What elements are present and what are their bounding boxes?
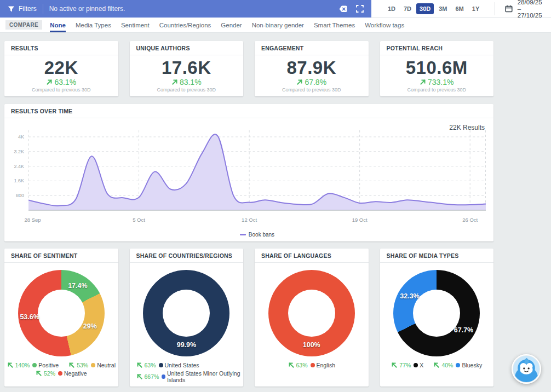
donut-hole [163, 290, 210, 337]
legend-color-dot [456, 363, 460, 367]
area-chart-plot[interactable]: 8001.6K2.4K3.2K4K [28, 123, 486, 215]
legend-color-dot [159, 363, 163, 367]
x-axis-tick: 5 Oct [133, 217, 145, 223]
donut-chart[interactable]: 17.4%29%53.6% [18, 270, 105, 356]
range-button-7d[interactable]: 7D [400, 3, 415, 14]
fullscreen-icon[interactable] [356, 5, 364, 13]
countries-donut-chart: 99.9%63%United States667%United States M… [130, 263, 244, 387]
dashboard-content: RESULTS 22K 63.1% Compared to previous 3… [4, 41, 493, 387]
donut-chart[interactable]: 99.9% [143, 270, 229, 356]
series-legend[interactable]: Book bans [28, 232, 486, 238]
calendar-icon [505, 5, 513, 13]
mascot-icon [513, 355, 540, 383]
unique-authors-change: 83.1% [180, 78, 202, 87]
legend-item-united-states-minor-outlying-islands[interactable]: 667%United States Minor Outlying Islands [136, 370, 244, 383]
card-title: RESULTS OVER TIME [4, 104, 493, 118]
tab-workflow-tags[interactable]: Workflow tags [365, 18, 404, 32]
legend-label: Positive [38, 362, 59, 368]
x-axis-tick: 12 Oct [242, 217, 257, 223]
results-change: 63.1% [54, 78, 76, 87]
x-axis-tick: 19 Oct [352, 217, 368, 223]
assistant-mascot-button[interactable] [512, 354, 541, 384]
time-series-chart: 8001.6K2.4K3.2K4K Book bans 28 Sep5 Oct1… [28, 123, 486, 239]
filters-status-text: No active or pinned filters. [49, 5, 336, 13]
sentiment-donut-chart: 17.4%29%53.6%140%Positive53%Neutral52%Ne… [4, 263, 118, 387]
card-title: SHARE OF SENTIMENT [4, 249, 118, 263]
legend-label: English [317, 362, 335, 368]
legend-label: Bluesky [462, 362, 482, 368]
legend-item-x[interactable]: 77%X [391, 362, 423, 368]
results-value: 22K [4, 59, 118, 78]
legend-change: 40% [441, 362, 453, 368]
range-button-30d[interactable]: 30D [416, 3, 434, 14]
divider [43, 4, 43, 14]
legend-change: 667% [145, 373, 159, 380]
legend-label: X [420, 362, 423, 368]
donut-legend: 63%United States667%United States Minor … [130, 362, 244, 383]
compare-tab-bar: COMPARE NoneMedia TypesSentimentCountrie… [0, 18, 551, 33]
filters-bar-actions [336, 5, 364, 13]
tab-countries-regions[interactable]: Countries/Regions [159, 18, 211, 32]
donut-chart[interactable]: 67.7%32.3% [393, 270, 480, 356]
potential-reach-card: POTENTIAL REACH 510.6M 733.1% Compared t… [380, 41, 494, 96]
tab-media-types[interactable]: Media Types [76, 18, 111, 32]
series-color-dash [240, 234, 246, 235]
metric-cards-row: RESULTS 22K 63.1% Compared to previous 3… [4, 41, 493, 96]
arrow-northeast-icon [171, 79, 178, 85]
legend-item-positive[interactable]: 140%Positive [7, 362, 59, 368]
share-of-sentiment-card: SHARE OF SENTIMENT 17.4%29%53.6%140%Posi… [4, 249, 118, 387]
legend-item-bluesky[interactable]: 40%Bluesky [433, 362, 482, 368]
tab-none[interactable]: None [50, 18, 66, 32]
arrow-northwest-icon [36, 370, 42, 377]
legend-item-english[interactable]: 63%English [288, 362, 335, 368]
arrow-northwest-icon [433, 362, 440, 368]
range-button-1d[interactable]: 1D [384, 3, 399, 14]
range-button-1y[interactable]: 1Y [469, 3, 483, 14]
card-title: RESULTS [4, 41, 118, 55]
legend-change: 52% [44, 370, 55, 377]
legend-change: 140% [15, 362, 30, 368]
x-axis-tick: 26 Oct [462, 217, 478, 223]
donut-chart[interactable]: 100% [268, 270, 355, 356]
top-bar: Filters No active or pinned filters. 1D7… [0, 0, 551, 18]
unique-authors-card: UNIQUE AUTHORS 17.6K 83.1% Compared to p… [130, 41, 244, 96]
range-button-3m[interactable]: 3M [435, 3, 450, 14]
share-of-media-types-card: SHARE OF MEDIA TYPES 67.7%32.3%77%X40%Bl… [380, 249, 494, 387]
donut-hole [38, 290, 85, 337]
divider [495, 2, 495, 15]
legend-item-neutral[interactable]: 53%Neutral [68, 362, 116, 368]
comparison-note: Compared to previous 30D [255, 87, 369, 93]
legend-change: 63% [296, 362, 308, 368]
legend-color-dot [414, 363, 418, 367]
legend-item-united-states[interactable]: 63%United States [136, 362, 199, 368]
arrow-northeast-icon [296, 79, 303, 85]
legend-item-negative[interactable]: 52%Negative [36, 370, 87, 377]
card-title: SHARE OF LANGUAGES [255, 249, 369, 263]
arrow-northwest-icon [136, 373, 143, 380]
legend-color-dot [32, 363, 37, 367]
tab-non-binary-gender[interactable]: Non-binary gender [252, 18, 304, 32]
filters-bar: Filters No active or pinned filters. [0, 0, 371, 18]
tab-sentiment[interactable]: Sentiment [121, 18, 150, 32]
legend-label: United States Minor Outlying Islands [167, 370, 243, 383]
arrow-northwest-icon [391, 362, 398, 368]
card-title: SHARE OF COUNTRIES/REGIONS [130, 249, 244, 263]
date-picker[interactable]: 28/09/25 – 27/10/25 [505, 0, 542, 19]
compare-label: COMPARE [5, 20, 42, 30]
tab-gender[interactable]: Gender [221, 18, 242, 32]
y-axis-tick: 800 [8, 193, 24, 198]
legend-label: Neutral [97, 362, 116, 368]
range-button-6m[interactable]: 6M [452, 3, 467, 14]
filters-label: Filters [19, 5, 37, 13]
potential-reach-change: 733.1% [428, 78, 454, 87]
y-axis-tick: 3.2K [8, 149, 24, 154]
date-controls: 1D7D30D3M6M1Y 28/09/25 – 27/10/25 [371, 0, 551, 18]
slice-label-positive: 17.4% [68, 282, 87, 290]
engagement-card: ENGAGEMENT 87.9K 67.8% Compared to previ… [255, 41, 369, 96]
tab-smart-themes[interactable]: Smart Themes [314, 18, 355, 32]
funnel-icon [8, 5, 15, 13]
filters-button[interactable]: Filters [8, 5, 37, 13]
slice-label-bluesky: 32.3% [400, 292, 419, 300]
clear-filters-icon[interactable] [336, 5, 347, 13]
slice-label-x: 67.7% [454, 326, 473, 334]
